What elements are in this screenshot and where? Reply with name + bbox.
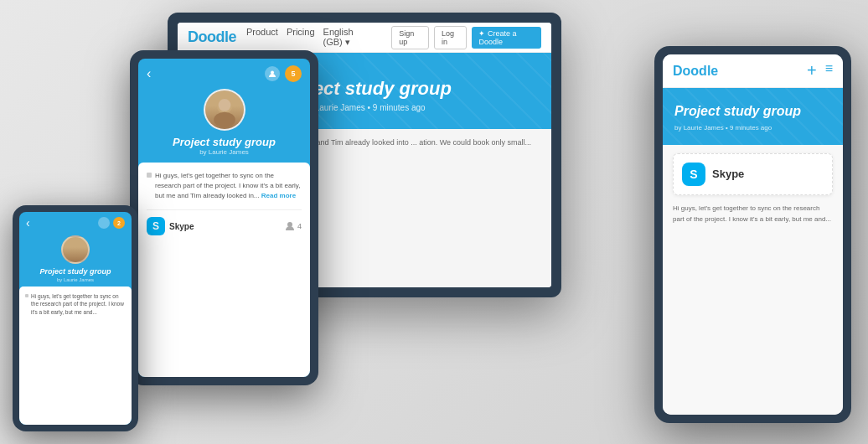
tablet-avatar: [204, 89, 245, 131]
tablet-person-icon: [265, 66, 280, 81]
tablet-header-icons: 5: [265, 65, 302, 82]
tablet-card: Hi guys, let's get together to sync on t…: [138, 163, 310, 377]
scene: Doodle Product Pricing English (GB) ▾ Si…: [0, 0, 868, 444]
mobile-content-text: Hi guys, let's get together to sync on t…: [673, 204, 833, 225]
tablet-back-button[interactable]: ‹: [147, 66, 151, 81]
phone-message-text: Hi guys, let's get together to sync on t…: [31, 292, 126, 317]
mobile-right-device: Doodle + ≡ Project study group by Laurie…: [654, 46, 851, 423]
tablet-device: ‹ 5: [130, 50, 318, 385]
phone-person-icon: [98, 217, 110, 229]
phone-card: Hi guys, let's get together to sync on t…: [19, 287, 132, 425]
desktop-logo: Doodle: [188, 28, 236, 46]
mobile-skype-label: Skype: [712, 168, 744, 180]
mobile-menu-button[interactable]: ≡: [825, 61, 833, 80]
nav-pricing[interactable]: Pricing: [287, 27, 315, 48]
mobile-right-screen: Doodle + ≡ Project study group by Laurie…: [663, 54, 843, 415]
skype-label: Skype: [169, 222, 194, 231]
tablet-subtitle: by Laurie James: [138, 148, 310, 156]
phone-back-button[interactable]: ‹: [26, 216, 30, 230]
login-button[interactable]: Log in: [434, 26, 467, 49]
mobile-right-nav: Doodle + ≡: [663, 54, 843, 88]
phone-device: ‹ 2 Project study group by Laurie James …: [13, 205, 138, 431]
signup-button[interactable]: Sign up: [391, 26, 429, 49]
svg-point-2: [214, 112, 235, 127]
phone-msg-icon: [25, 294, 28, 297]
tablet-message-text: Hi guys, let's get together to sync on t…: [155, 171, 302, 201]
tablet-skype-row: S Skype 4: [147, 209, 302, 235]
desktop-nav-buttons: Sign up Log in ✦ Create a Doodle: [391, 26, 541, 49]
phone-subtitle: by Laurie James: [19, 277, 132, 282]
mobile-right-content: S Skype Hi guys, let's get together to s…: [663, 145, 843, 415]
tablet-message: Hi guys, let's get together to sync on t…: [147, 171, 302, 201]
mobile-right-logo: Doodle: [673, 64, 718, 79]
mobile-plus-button[interactable]: +: [807, 61, 817, 80]
tablet-topbar: ‹ 5: [138, 59, 310, 89]
tablet-screen: ‹ 5: [138, 59, 310, 377]
tablet-title: Project study group: [138, 136, 310, 148]
monitor-nav: Doodle Product Pricing English (GB) ▾ Si…: [178, 23, 551, 53]
skype-icon: S: [147, 217, 165, 235]
message-icon: [147, 173, 152, 178]
avatar-image: [205, 90, 244, 129]
phone-message: Hi guys, let's get together to sync on t…: [25, 292, 126, 317]
avatar-count: 4: [284, 220, 302, 232]
desktop-nav-links: Product Pricing English (GB) ▾: [246, 27, 371, 48]
phone-title: Project study group: [19, 267, 132, 277]
phone-screen: ‹ 2 Project study group by Laurie James …: [19, 212, 132, 425]
mobile-skype-card: S Skype: [673, 153, 833, 195]
mobile-right-nav-icons: + ≡: [807, 61, 833, 80]
nav-language[interactable]: English (GB) ▾: [323, 27, 372, 48]
mobile-skype-icon: S: [682, 163, 705, 186]
mobile-right-title: Project study group: [674, 103, 831, 121]
create-doodle-button[interactable]: ✦ Create a Doodle: [472, 27, 541, 49]
phone-topbar: ‹ 2: [19, 212, 132, 234]
nav-product[interactable]: Product: [246, 27, 278, 48]
tablet-badge: 5: [285, 65, 302, 82]
mobile-right-hero: Project study group by Laurie James • 9 …: [663, 88, 843, 145]
phone-header-icons: 2: [98, 217, 125, 229]
phone-badge: 2: [113, 217, 125, 229]
svg-point-3: [218, 99, 230, 111]
skype-item: S Skype: [147, 217, 194, 235]
svg-point-0: [271, 71, 274, 75]
mobile-right-subtitle: by Laurie James • 9 minutes ago: [674, 124, 831, 132]
read-more-link[interactable]: Read more: [261, 192, 296, 199]
phone-avatar: [61, 235, 90, 264]
